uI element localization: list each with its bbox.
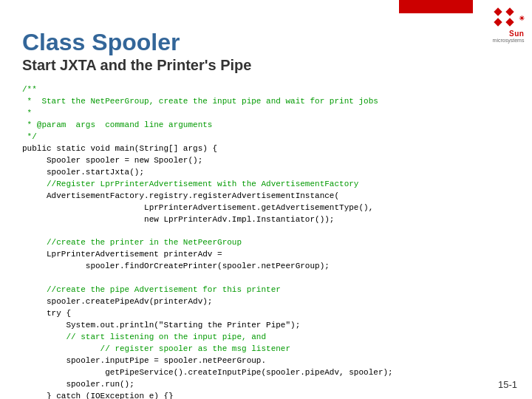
red-accent-bar [399, 0, 473, 13]
page-title: Class Spooler [22, 30, 510, 55]
page-number: 15-1 [498, 379, 517, 390]
page-container: ☀ Sun microsystems Class Spooler Start J… [0, 0, 532, 399]
sun-logo-icon: ☀ [492, 6, 525, 28]
sun-logo: ☀ Sun microsystems [492, 6, 525, 43]
svg-rect-1 [494, 7, 502, 16]
svg-rect-4 [505, 18, 514, 26]
svg-rect-2 [505, 7, 514, 16]
svg-rect-3 [494, 18, 502, 26]
sun-brand-text: Sun [509, 30, 524, 38]
svg-text:☀: ☀ [519, 15, 525, 22]
sun-sub-text: microsystems [493, 38, 525, 43]
code-block: /** * Start the NetPeerGroup, create the… [22, 84, 510, 399]
page-subtitle: Start JXTA and the Printer's Pipe [22, 57, 510, 74]
